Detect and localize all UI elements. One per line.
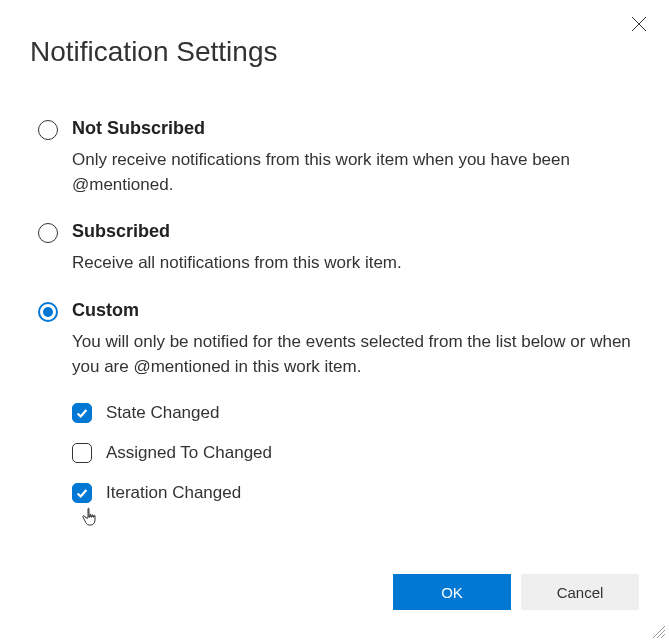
- checkbox-input-state-changed[interactable]: [72, 403, 92, 423]
- radio-input-subscribed[interactable]: [38, 223, 58, 243]
- checkbox-input-assigned-to-changed[interactable]: [72, 443, 92, 463]
- radio-input-custom[interactable]: [38, 302, 58, 322]
- checkbox-item-state-changed[interactable]: State Changed: [72, 403, 637, 423]
- dialog-content: Not Subscribed Only receive notification…: [0, 68, 669, 503]
- radio-option-not-subscribed[interactable]: Not Subscribed: [38, 118, 637, 140]
- checkbox-label-state-changed[interactable]: State Changed: [106, 403, 219, 423]
- check-icon: [75, 486, 89, 500]
- checkbox-label-iteration-changed[interactable]: Iteration Changed: [106, 483, 241, 503]
- check-icon: [75, 406, 89, 420]
- ok-button[interactable]: OK: [393, 574, 511, 610]
- checkbox-label-assigned-to-changed[interactable]: Assigned To Changed: [106, 443, 272, 463]
- close-icon: [631, 16, 647, 32]
- cursor-pointer-icon: [81, 506, 101, 530]
- svg-line-3: [657, 630, 665, 638]
- close-button[interactable]: [627, 12, 651, 36]
- svg-line-4: [661, 634, 665, 638]
- checkbox-input-iteration-changed[interactable]: [72, 483, 92, 503]
- radio-label-custom[interactable]: Custom: [72, 300, 139, 321]
- radio-desc-custom: You will only be notified for the events…: [72, 330, 637, 379]
- radio-label-subscribed[interactable]: Subscribed: [72, 221, 170, 242]
- cancel-button[interactable]: Cancel: [521, 574, 639, 610]
- radio-label-not-subscribed[interactable]: Not Subscribed: [72, 118, 205, 139]
- radio-desc-subscribed: Receive all notifications from this work…: [72, 251, 637, 276]
- radio-option-custom[interactable]: Custom: [38, 300, 637, 322]
- checkbox-item-assigned-to-changed[interactable]: Assigned To Changed: [72, 443, 637, 463]
- custom-checkbox-list: State Changed Assigned To Changed Iterat…: [72, 403, 637, 503]
- dialog-footer: OK Cancel: [393, 574, 639, 610]
- checkbox-item-iteration-changed[interactable]: Iteration Changed: [72, 483, 637, 503]
- resize-grip-icon[interactable]: [651, 624, 665, 638]
- dialog-title: Notification Settings: [0, 0, 669, 68]
- radio-option-subscribed[interactable]: Subscribed: [38, 221, 637, 243]
- radio-input-not-subscribed[interactable]: [38, 120, 58, 140]
- radio-desc-not-subscribed: Only receive notifications from this wor…: [72, 148, 637, 197]
